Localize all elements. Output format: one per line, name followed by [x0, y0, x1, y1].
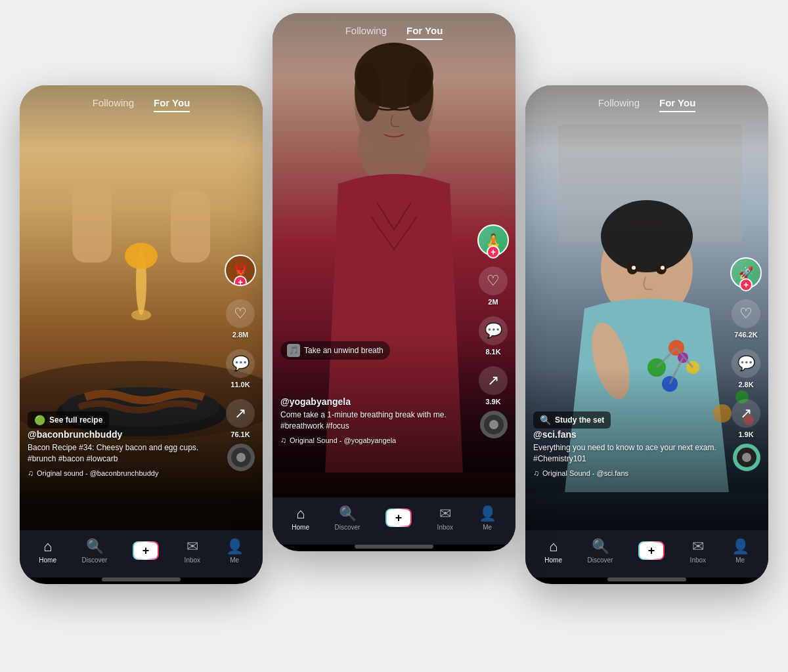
like-count-left: 2.8M: [232, 331, 248, 339]
add-icon-right: +: [640, 543, 663, 558]
share-btn-left[interactable]: ↗ 76.1K: [226, 399, 255, 438]
like-btn-center[interactable]: ♡ 2M: [479, 266, 508, 306]
plus-badge-left[interactable]: +: [234, 276, 247, 286]
feature-text-right: Study the set: [555, 415, 604, 425]
home-label-center: Home: [292, 524, 309, 531]
nav-me-center[interactable]: 👤 Me: [479, 505, 496, 531]
add-btn-right[interactable]: +: [638, 541, 665, 560]
inbox-icon-left: ✉: [186, 538, 198, 555]
avatar-btn-left[interactable]: 🦞 +: [225, 255, 256, 289]
sound-row-center: ♫ Original Sound - @yogabyangela: [280, 436, 473, 445]
svg-point-5: [131, 310, 151, 320]
like-btn-right[interactable]: ♡ 746.2K: [732, 299, 760, 339]
home-indicator-left: [102, 578, 181, 581]
home-icon-left: ⌂: [43, 538, 52, 555]
nav-discover-left[interactable]: 🔍 Discover: [82, 538, 108, 564]
home-indicator-right: [607, 578, 686, 581]
music-icon-right: ♫: [533, 469, 539, 478]
nav-add-left[interactable]: +: [133, 541, 159, 560]
heart-icon-center: ♡: [479, 266, 508, 295]
sound-disc-inner-right: [742, 453, 751, 462]
bottom-info-right: @sci.fans Everything you need to know to…: [533, 429, 726, 478]
for-you-tab-left[interactable]: For You: [154, 97, 190, 112]
home-label-left: Home: [39, 556, 56, 564]
me-label-right: Me: [735, 556, 745, 564]
inbox-label-left: Inbox: [185, 556, 200, 564]
nav-add-right[interactable]: +: [638, 541, 665, 560]
feature-text-left: See full recipe: [49, 415, 102, 425]
add-icon-left: +: [134, 543, 158, 558]
nav-me-left[interactable]: 👤 Me: [226, 538, 244, 564]
sound-disc-center: [480, 411, 508, 438]
sound-disc-left: [227, 444, 255, 471]
comment-btn-center[interactable]: 💬 8.1K: [479, 316, 508, 356]
comment-badge-icon: 🎵: [287, 344, 300, 357]
nav-discover-right[interactable]: 🔍 Discover: [588, 538, 613, 564]
side-actions-left: 🦞 + ♡ 2.8M 💬 11.0K ↗ 76.1K: [225, 255, 256, 438]
add-btn-center[interactable]: +: [385, 509, 412, 527]
comment-btn-left[interactable]: 💬 11.0K: [226, 349, 255, 388]
nav-inbox-right[interactable]: ✉ Inbox: [690, 538, 706, 564]
avatar-btn-right[interactable]: 🚀 +: [730, 257, 762, 289]
feature-badge-left[interactable]: 🟢 See full recipe: [28, 411, 109, 429]
nav-inbox-left[interactable]: ✉ Inbox: [185, 538, 200, 564]
avatar-btn-center[interactable]: 🧘 +: [477, 224, 509, 256]
add-icon-center: +: [387, 510, 410, 526]
add-btn-left[interactable]: +: [133, 541, 159, 560]
for-you-tab-center[interactable]: For You: [406, 25, 443, 40]
share-btn-right[interactable]: ↗ 1.9K: [732, 399, 760, 438]
side-actions-center: 🧘 + ♡ 2M 💬 8.1K ↗ 3.9K: [477, 224, 509, 406]
me-icon-right: 👤: [732, 538, 749, 555]
nav-home-left[interactable]: ⌂ Home: [39, 538, 56, 564]
comment-icon-center: 💬: [479, 316, 508, 345]
me-icon-center: 👤: [479, 505, 496, 522]
sound-disc-right: [733, 444, 760, 471]
sound-text-right: Original Sound - @sci.fans: [542, 469, 628, 477]
bottom-nav-center: ⌂ Home 🔍 Discover + ✉ Inbox 👤 Me: [273, 497, 515, 545]
nav-me-right[interactable]: 👤 Me: [732, 538, 749, 564]
share-count-left: 76.1K: [230, 430, 250, 438]
plus-badge-center[interactable]: +: [487, 245, 500, 259]
me-label-left: Me: [230, 556, 239, 564]
video-area-right: Following For You 🔍 Study the set 🚀 + ♡: [525, 85, 768, 530]
comment-count-left: 11.0K: [230, 381, 250, 388]
following-tab-right[interactable]: Following: [598, 97, 640, 112]
feature-badge-right[interactable]: 🔍 Study the set: [533, 411, 611, 429]
discover-icon-left: 🔍: [86, 538, 104, 555]
nav-discover-center[interactable]: 🔍 Discover: [335, 505, 361, 531]
discover-icon-right: 🔍: [592, 538, 609, 555]
following-tab-left[interactable]: Following: [93, 97, 134, 112]
for-you-tab-right[interactable]: For You: [659, 97, 695, 112]
svg-point-18: [601, 200, 693, 272]
nav-add-center[interactable]: +: [385, 509, 412, 527]
inbox-icon-center: ✉: [439, 505, 451, 522]
share-count-right: 1.9K: [738, 430, 753, 438]
home-label-right: Home: [544, 556, 562, 564]
top-overlay-center: [273, 13, 515, 79]
discover-icon-center: 🔍: [339, 505, 357, 522]
plus-badge-right[interactable]: +: [739, 278, 753, 291]
home-indicator-center: [355, 545, 433, 549]
comment-btn-right[interactable]: 💬 2.8K: [732, 349, 760, 388]
top-overlay-right: [525, 85, 768, 151]
video-area-center: Following For You 🎵 Take an unwind breat…: [273, 13, 515, 497]
inbox-label-center: Inbox: [437, 524, 453, 531]
svg-point-8: [125, 243, 158, 269]
phone-right: Following For You 🔍 Study the set 🚀 + ♡: [525, 85, 768, 584]
comment-count-right: 2.8K: [738, 381, 753, 388]
like-btn-left[interactable]: ♡ 2.8M: [226, 299, 255, 339]
nav-tabs-center: Following For You: [273, 25, 515, 40]
nav-inbox-center[interactable]: ✉ Inbox: [437, 505, 453, 531]
feature-icon-right: 🔍: [540, 415, 551, 425]
sound-disc-inner-left: [236, 453, 246, 462]
nav-home-right[interactable]: ⌂ Home: [544, 538, 562, 564]
phone-center: Following For You 🎵 Take an unwind breat…: [273, 13, 515, 551]
share-btn-center[interactable]: ↗ 3.9K: [479, 366, 508, 406]
like-count-center: 2M: [488, 298, 498, 306]
share-icon-left: ↗: [226, 399, 255, 428]
bottom-nav-right: ⌂ Home 🔍 Discover + ✉ Inbox 👤 Me: [525, 530, 768, 578]
nav-home-center[interactable]: ⌂ Home: [292, 505, 309, 531]
username-center: @yogabyangela: [280, 396, 473, 407]
following-tab-center[interactable]: Following: [345, 25, 387, 40]
nav-tabs-right: Following For You: [525, 97, 768, 112]
